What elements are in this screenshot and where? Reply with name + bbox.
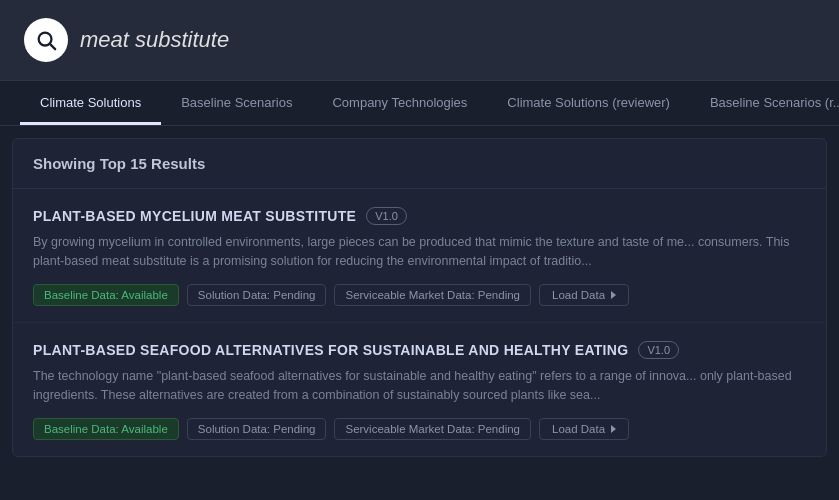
load-data-button-1[interactable]: Load Data [539, 284, 629, 306]
card-title-row-2: PLANT-BASED SEAFOOD ALTERNATIVES FOR SUS… [33, 341, 806, 359]
solution-card-1: PLANT-BASED MYCELIUM MEAT SUBSTITUTE V1.… [13, 189, 826, 323]
tab-climate-solutions-reviewer[interactable]: Climate Solutions (reviewer) [487, 81, 690, 125]
search-icon [35, 29, 57, 51]
card-description-1: By growing mycelium in controlled enviro… [33, 233, 806, 272]
results-container: Showing Top 15 Results PLANT-BASED MYCEL… [12, 138, 827, 457]
tab-climate-solutions[interactable]: Climate Solutions [20, 81, 161, 125]
badge-market-pending-2: Serviceable Market Data: Pending [334, 418, 531, 440]
tab-baseline-scenarios[interactable]: Baseline Scenarios [161, 81, 312, 125]
load-data-label-2: Load Data [552, 423, 605, 435]
card-actions-1: Baseline Data: Available Solution Data: … [33, 284, 806, 306]
load-data-label-1: Load Data [552, 289, 605, 301]
badge-baseline-available-2: Baseline Data: Available [33, 418, 179, 440]
search-input[interactable] [80, 27, 815, 53]
chevron-right-icon-2 [611, 425, 616, 433]
card-title-2: PLANT-BASED SEAFOOD ALTERNATIVES FOR SUS… [33, 342, 628, 358]
version-badge-2: V1.0 [638, 341, 679, 359]
badge-market-pending-1: Serviceable Market Data: Pending [334, 284, 531, 306]
tab-baseline-scenarios-reviewer[interactable]: Baseline Scenarios (r... [690, 81, 839, 125]
card-title-row-1: PLANT-BASED MYCELIUM MEAT SUBSTITUTE V1.… [33, 207, 806, 225]
search-bar [0, 0, 839, 81]
search-icon-wrapper [24, 18, 68, 62]
badge-solution-pending-1: Solution Data: Pending [187, 284, 327, 306]
results-header: Showing Top 15 Results [13, 139, 826, 189]
svg-line-1 [50, 44, 55, 49]
chevron-right-icon-1 [611, 291, 616, 299]
solution-card-2: PLANT-BASED SEAFOOD ALTERNATIVES FOR SUS… [13, 323, 826, 456]
badge-baseline-available-1: Baseline Data: Available [33, 284, 179, 306]
tabs-nav: Climate Solutions Baseline Scenarios Com… [0, 81, 839, 126]
tab-company-technologies[interactable]: Company Technologies [312, 81, 487, 125]
card-actions-2: Baseline Data: Available Solution Data: … [33, 418, 806, 440]
card-description-2: The technology name "plant-based seafood… [33, 367, 806, 406]
version-badge-1: V1.0 [366, 207, 407, 225]
load-data-button-2[interactable]: Load Data [539, 418, 629, 440]
card-title-1: PLANT-BASED MYCELIUM MEAT SUBSTITUTE [33, 208, 356, 224]
badge-solution-pending-2: Solution Data: Pending [187, 418, 327, 440]
